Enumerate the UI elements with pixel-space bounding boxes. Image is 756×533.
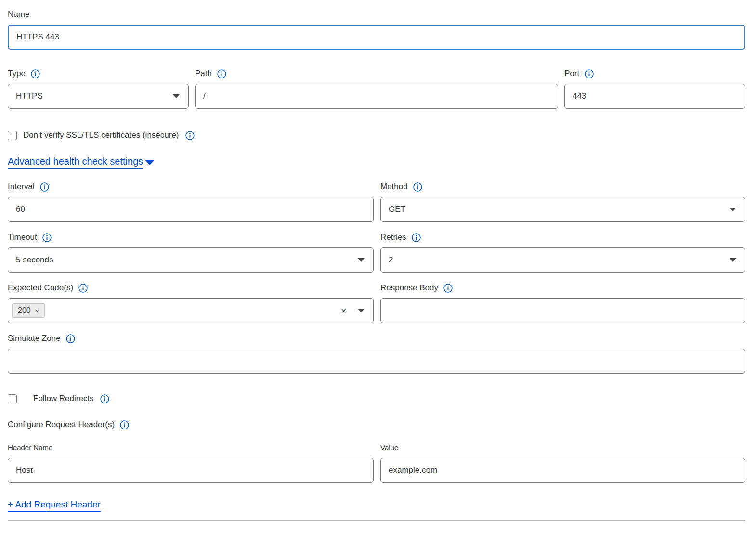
port-input[interactable] — [564, 84, 745, 109]
method-selected-value: GET — [389, 205, 405, 214]
header-value-column-label: Value — [380, 443, 745, 453]
section-divider — [8, 520, 745, 521]
response-body-label: Response Body — [380, 282, 745, 294]
chevron-down-icon — [358, 309, 365, 312]
retries-select[interactable]: 2 — [380, 247, 745, 273]
remove-tag-icon[interactable]: × — [35, 307, 39, 314]
retries-info-icon[interactable] — [412, 233, 421, 242]
method-label-text: Method — [380, 181, 408, 193]
type-label: Type — [8, 68, 189, 79]
timeout-select[interactable]: 5 seconds — [8, 247, 374, 273]
type-label-text: Type — [8, 68, 26, 79]
verify-ssl-label: Don't verify SSL/TLS certificates (insec… — [23, 130, 179, 140]
timeout-selected-value: 5 seconds — [16, 255, 53, 265]
retries-label: Retries — [380, 232, 745, 243]
method-label: Method — [380, 181, 745, 193]
path-label-text: Path — [195, 68, 212, 79]
expected-code-tag-value: 200 — [18, 306, 31, 315]
timeout-retries-row: Timeout 5 seconds Retries 2 — [8, 232, 745, 273]
response-body-label-text: Response Body — [380, 282, 438, 294]
request-headers-info-icon[interactable] — [120, 420, 129, 429]
method-select[interactable]: GET — [380, 197, 745, 222]
header-value-input[interactable] — [380, 458, 745, 483]
codes-body-row: Expected Code(s) 200 × × Response Body — [8, 282, 745, 323]
health-check-form: Name Type HTTPS Path Port — [8, 9, 745, 521]
simulate-zone-row: Simulate Zone — [8, 333, 745, 374]
multiselect-controls: × — [341, 306, 365, 315]
add-request-header-link[interactable]: + Add Request Header — [8, 499, 101, 512]
chevron-down-icon — [730, 258, 736, 262]
response-body-input[interactable] — [380, 298, 745, 323]
chevron-down-icon — [358, 258, 365, 262]
expected-codes-info-icon[interactable] — [78, 284, 88, 293]
simulate-zone-label-text: Simulate Zone — [8, 333, 61, 344]
method-info-icon[interactable] — [413, 182, 422, 192]
chevron-down-icon — [730, 208, 736, 211]
simulate-zone-input[interactable] — [8, 349, 745, 374]
path-input[interactable] — [195, 84, 558, 109]
advanced-settings-link-text: Advanced health check settings — [8, 156, 143, 169]
expected-codes-label-text: Expected Code(s) — [8, 282, 73, 294]
expected-codes-label: Expected Code(s) — [8, 282, 374, 294]
interval-label-text: Interval — [8, 181, 35, 193]
verify-ssl-info-icon[interactable] — [185, 131, 195, 140]
type-path-port-row: Type HTTPS Path Port — [8, 68, 745, 109]
follow-redirects-label: Follow Redirects — [33, 394, 94, 403]
header-name-column-label: Header Name — [8, 443, 374, 453]
advanced-settings-link[interactable]: Advanced health check settings — [8, 156, 154, 167]
type-info-icon[interactable] — [31, 69, 40, 78]
request-headers-section-label-text: Configure Request Header(s) — [8, 419, 115, 430]
expected-codes-multiselect[interactable]: 200 × × — [8, 298, 374, 323]
follow-redirects-info-icon[interactable] — [100, 394, 109, 403]
retries-selected-value: 2 — [389, 255, 393, 265]
port-label: Port — [564, 68, 745, 79]
timeout-info-icon[interactable] — [42, 233, 52, 242]
retries-label-text: Retries — [380, 232, 406, 243]
name-label-text: Name — [8, 9, 29, 20]
timeout-label: Timeout — [8, 232, 374, 243]
follow-redirects-row: Follow Redirects — [8, 394, 745, 403]
header-name-input[interactable] — [8, 458, 374, 483]
interval-label: Interval — [8, 181, 374, 193]
follow-redirects-checkbox[interactable] — [8, 394, 17, 403]
request-header-row: Header Name Value — [8, 443, 745, 483]
chevron-down-icon — [145, 160, 154, 165]
port-label-text: Port — [564, 68, 579, 79]
simulate-zone-label: Simulate Zone — [8, 333, 745, 344]
expected-code-tag: 200 × — [12, 303, 45, 318]
interval-input[interactable] — [8, 197, 374, 222]
interval-info-icon[interactable] — [40, 182, 49, 192]
path-label: Path — [195, 68, 558, 79]
timeout-label-text: Timeout — [8, 232, 37, 243]
interval-method-row: Interval Method GET — [8, 181, 745, 222]
port-info-icon[interactable] — [585, 69, 594, 78]
simulate-zone-info-icon[interactable] — [66, 334, 75, 343]
response-body-info-icon[interactable] — [443, 284, 453, 293]
request-headers-section-label: Configure Request Header(s) — [8, 419, 745, 430]
name-input[interactable] — [8, 25, 745, 50]
type-select[interactable]: HTTPS — [8, 84, 189, 109]
verify-ssl-row: Don't verify SSL/TLS certificates (insec… — [8, 130, 745, 140]
type-selected-value: HTTPS — [16, 91, 43, 101]
clear-all-icon[interactable]: × — [341, 306, 346, 315]
chevron-down-icon — [173, 94, 180, 98]
path-info-icon[interactable] — [217, 69, 226, 78]
verify-ssl-checkbox[interactable] — [8, 131, 17, 140]
name-label: Name — [8, 9, 745, 20]
